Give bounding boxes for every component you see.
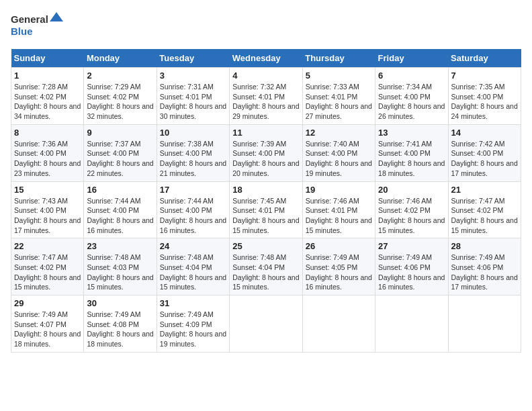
day-number: 27 xyxy=(378,241,445,251)
col-header-saturday: Saturday xyxy=(448,49,521,68)
calendar-cell: 4 Sunrise: 7:32 AMSunset: 4:01 PMDayligh… xyxy=(230,68,302,125)
day-info: Sunrise: 7:31 AMSunset: 4:01 PMDaylight:… xyxy=(160,83,226,120)
day-number: 11 xyxy=(232,128,299,138)
calendar-cell: 17 Sunrise: 7:44 AMSunset: 4:00 PMDaylig… xyxy=(157,181,229,238)
calendar-cell: 24 Sunrise: 7:48 AMSunset: 4:04 PMDaylig… xyxy=(157,238,229,295)
day-info: Sunrise: 7:49 AMSunset: 4:07 PMDaylight:… xyxy=(14,310,81,348)
day-number: 7 xyxy=(451,71,518,81)
calendar-week-row: 1 Sunrise: 7:28 AMSunset: 4:02 PMDayligh… xyxy=(11,68,521,125)
calendar-cell: 12 Sunrise: 7:40 AMSunset: 4:00 PMDaylig… xyxy=(302,124,375,181)
day-number: 19 xyxy=(306,185,372,195)
day-number: 16 xyxy=(87,185,153,195)
day-number: 31 xyxy=(160,298,226,308)
day-info: Sunrise: 7:35 AMSunset: 4:00 PMDaylight:… xyxy=(451,83,518,120)
day-info: Sunrise: 7:44 AMSunset: 4:00 PMDaylight:… xyxy=(87,197,153,234)
day-info: Sunrise: 7:41 AMSunset: 4:00 PMDaylight:… xyxy=(378,140,445,177)
calendar-week-row: 29 Sunrise: 7:49 AMSunset: 4:07 PMDaylig… xyxy=(11,295,521,353)
day-info: Sunrise: 7:44 AMSunset: 4:00 PMDaylight:… xyxy=(160,197,226,234)
calendar-cell: 9 Sunrise: 7:37 AMSunset: 4:00 PMDayligh… xyxy=(84,124,157,181)
calendar-cell: 7 Sunrise: 7:35 AMSunset: 4:00 PMDayligh… xyxy=(448,68,521,125)
calendar-week-row: 22 Sunrise: 7:47 AMSunset: 4:02 PMDaylig… xyxy=(11,238,521,295)
calendar-cell: 20 Sunrise: 7:46 AMSunset: 4:02 PMDaylig… xyxy=(375,181,448,238)
day-number: 13 xyxy=(378,128,445,138)
day-info: Sunrise: 7:49 AMSunset: 4:08 PMDaylight:… xyxy=(87,310,153,348)
day-info: Sunrise: 7:45 AMSunset: 4:01 PMDaylight:… xyxy=(232,197,299,234)
day-info: Sunrise: 7:46 AMSunset: 4:01 PMDaylight:… xyxy=(306,197,372,234)
day-info: Sunrise: 7:39 AMSunset: 4:00 PMDaylight:… xyxy=(232,140,299,177)
day-info: Sunrise: 7:40 AMSunset: 4:00 PMDaylight:… xyxy=(306,140,372,177)
day-info: Sunrise: 7:49 AMSunset: 4:05 PMDaylight:… xyxy=(306,253,372,291)
day-number: 5 xyxy=(306,71,372,81)
calendar-cell: 26 Sunrise: 7:49 AMSunset: 4:05 PMDaylig… xyxy=(302,238,375,295)
calendar-cell: 25 Sunrise: 7:48 AMSunset: 4:04 PMDaylig… xyxy=(230,238,302,295)
calendar-cell: 3 Sunrise: 7:31 AMSunset: 4:01 PMDayligh… xyxy=(157,68,229,125)
calendar-cell: 16 Sunrise: 7:44 AMSunset: 4:00 PMDaylig… xyxy=(84,181,157,238)
calendar-cell xyxy=(302,295,375,353)
day-info: Sunrise: 7:47 AMSunset: 4:02 PMDaylight:… xyxy=(451,197,518,234)
calendar-cell: 19 Sunrise: 7:46 AMSunset: 4:01 PMDaylig… xyxy=(302,181,375,238)
day-info: Sunrise: 7:49 AMSunset: 4:06 PMDaylight:… xyxy=(378,253,445,291)
day-info: Sunrise: 7:28 AMSunset: 4:02 PMDaylight:… xyxy=(14,83,81,120)
calendar-cell: 27 Sunrise: 7:49 AMSunset: 4:06 PMDaylig… xyxy=(375,238,448,295)
day-info: Sunrise: 7:32 AMSunset: 4:01 PMDaylight:… xyxy=(232,83,299,120)
calendar-cell xyxy=(230,295,302,353)
col-header-tuesday: Tuesday xyxy=(157,49,229,68)
calendar-cell: 8 Sunrise: 7:36 AMSunset: 4:00 PMDayligh… xyxy=(11,124,84,181)
day-info: Sunrise: 7:48 AMSunset: 4:04 PMDaylight:… xyxy=(160,253,226,291)
calendar-cell: 28 Sunrise: 7:49 AMSunset: 4:06 PMDaylig… xyxy=(448,238,521,295)
calendar-cell: 6 Sunrise: 7:34 AMSunset: 4:00 PMDayligh… xyxy=(375,68,448,125)
calendar-cell: 30 Sunrise: 7:49 AMSunset: 4:08 PMDaylig… xyxy=(84,295,157,353)
calendar-cell xyxy=(375,295,448,353)
day-number: 30 xyxy=(87,298,153,308)
day-info: Sunrise: 7:49 AMSunset: 4:06 PMDaylight:… xyxy=(451,253,518,291)
logo: General Blue xyxy=(11,11,64,41)
day-number: 15 xyxy=(14,185,81,195)
day-info: Sunrise: 7:34 AMSunset: 4:00 PMDaylight:… xyxy=(378,83,445,120)
svg-text:General: General xyxy=(11,13,48,25)
day-number: 23 xyxy=(87,241,153,251)
day-number: 21 xyxy=(451,185,518,195)
day-number: 24 xyxy=(160,241,226,251)
day-info: Sunrise: 7:47 AMSunset: 4:02 PMDaylight:… xyxy=(14,253,81,291)
calendar-cell: 22 Sunrise: 7:47 AMSunset: 4:02 PMDaylig… xyxy=(11,238,84,295)
day-number: 17 xyxy=(160,185,226,195)
page-header: General Blue xyxy=(11,11,521,41)
day-info: Sunrise: 7:42 AMSunset: 4:00 PMDaylight:… xyxy=(451,140,518,177)
calendar-cell xyxy=(448,295,521,353)
day-number: 6 xyxy=(378,71,445,81)
day-number: 1 xyxy=(14,71,81,81)
day-number: 4 xyxy=(232,71,299,81)
calendar-cell: 18 Sunrise: 7:45 AMSunset: 4:01 PMDaylig… xyxy=(230,181,302,238)
col-header-sunday: Sunday xyxy=(11,49,84,68)
day-info: Sunrise: 7:37 AMSunset: 4:00 PMDaylight:… xyxy=(87,140,153,177)
calendar-cell: 15 Sunrise: 7:43 AMSunset: 4:00 PMDaylig… xyxy=(11,181,84,238)
col-header-thursday: Thursday xyxy=(302,49,375,68)
calendar-cell: 14 Sunrise: 7:42 AMSunset: 4:00 PMDaylig… xyxy=(448,124,521,181)
day-number: 8 xyxy=(14,128,81,138)
day-info: Sunrise: 7:29 AMSunset: 4:02 PMDaylight:… xyxy=(87,83,153,120)
day-number: 3 xyxy=(160,71,226,81)
col-header-friday: Friday xyxy=(375,49,448,68)
day-info: Sunrise: 7:36 AMSunset: 4:00 PMDaylight:… xyxy=(14,140,81,177)
calendar-cell: 11 Sunrise: 7:39 AMSunset: 4:00 PMDaylig… xyxy=(230,124,302,181)
logo-svg: General Blue xyxy=(11,11,64,41)
calendar-cell: 2 Sunrise: 7:29 AMSunset: 4:02 PMDayligh… xyxy=(84,68,157,125)
calendar-cell: 5 Sunrise: 7:33 AMSunset: 4:01 PMDayligh… xyxy=(302,68,375,125)
calendar-cell: 29 Sunrise: 7:49 AMSunset: 4:07 PMDaylig… xyxy=(11,295,84,353)
day-number: 12 xyxy=(306,128,372,138)
calendar-week-row: 15 Sunrise: 7:43 AMSunset: 4:00 PMDaylig… xyxy=(11,181,521,238)
day-info: Sunrise: 7:49 AMSunset: 4:09 PMDaylight:… xyxy=(160,310,226,348)
day-info: Sunrise: 7:46 AMSunset: 4:02 PMDaylight:… xyxy=(378,197,445,234)
day-info: Sunrise: 7:33 AMSunset: 4:01 PMDaylight:… xyxy=(306,83,372,120)
col-header-monday: Monday xyxy=(84,49,157,68)
day-info: Sunrise: 7:48 AMSunset: 4:04 PMDaylight:… xyxy=(232,253,299,291)
calendar-cell: 21 Sunrise: 7:47 AMSunset: 4:02 PMDaylig… xyxy=(448,181,521,238)
svg-text:Blue: Blue xyxy=(11,26,33,37)
calendar-cell: 10 Sunrise: 7:38 AMSunset: 4:00 PMDaylig… xyxy=(157,124,229,181)
day-number: 25 xyxy=(232,241,299,251)
day-number: 22 xyxy=(14,241,81,251)
day-number: 9 xyxy=(87,128,153,138)
day-number: 10 xyxy=(160,128,226,138)
day-number: 18 xyxy=(232,185,299,195)
calendar-cell: 13 Sunrise: 7:41 AMSunset: 4:00 PMDaylig… xyxy=(375,124,448,181)
